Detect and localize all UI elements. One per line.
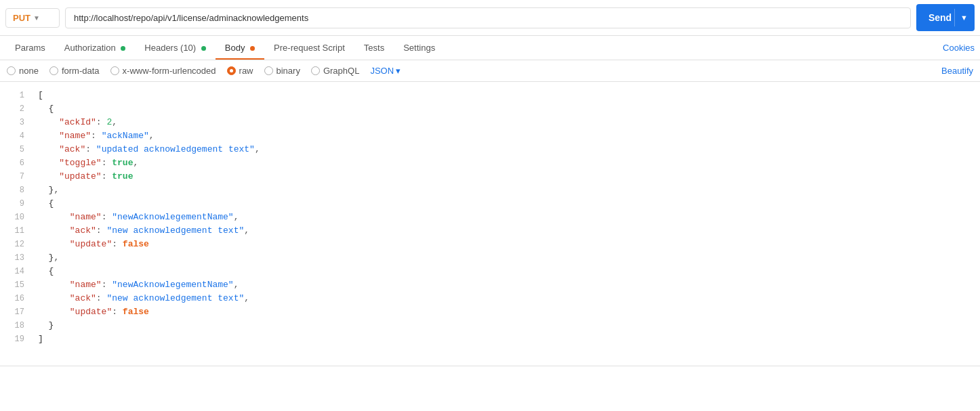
tab-tests[interactable]: Tests: [354, 36, 394, 60]
headers-dot: [201, 46, 206, 51]
none-radio[interactable]: [7, 66, 16, 75]
send-dropdown-icon[interactable]: ▼: [954, 9, 975, 26]
method-chevron-icon: ▼: [33, 14, 40, 22]
code-body[interactable]: [ { "ackId": 2, "name": "ackName", "ack"…: [30, 82, 980, 366]
json-format-select[interactable]: JSON ▾: [370, 66, 401, 76]
urlencoded-radio[interactable]: [110, 66, 119, 75]
method-select[interactable]: PUT ▼: [5, 8, 60, 28]
tab-body[interactable]: Body: [216, 36, 264, 60]
authorization-dot: [121, 46, 125, 51]
line-numbers: 1 2 3 4 5 6 7 8 9 10 11 12 13 14 15 16 1…: [0, 82, 30, 366]
body-dot: [250, 46, 255, 51]
option-graphql[interactable]: GraphQL: [311, 66, 359, 76]
option-raw[interactable]: raw: [227, 66, 253, 76]
tab-authorization[interactable]: Authorization: [55, 36, 136, 60]
tab-pre-request-script[interactable]: Pre-request Script: [264, 36, 354, 60]
option-binary[interactable]: binary: [264, 66, 300, 76]
body-options-bar: none form-data x-www-form-urlencoded raw…: [0, 60, 980, 82]
send-button[interactable]: Send ▼: [916, 4, 975, 31]
option-none[interactable]: none: [7, 66, 39, 76]
tab-headers[interactable]: Headers (10): [135, 36, 216, 60]
option-form-data[interactable]: form-data: [49, 66, 100, 76]
option-urlencoded[interactable]: x-www-form-urlencoded: [110, 66, 216, 76]
cookies-link[interactable]: Cookies: [943, 43, 975, 53]
json-chevron-icon: ▾: [396, 66, 401, 76]
tab-params[interactable]: Params: [5, 36, 55, 60]
send-label: Send: [928, 12, 954, 23]
tabs-bar: Params Authorization Headers (10) Body P…: [0, 36, 980, 60]
raw-radio[interactable]: [227, 66, 236, 75]
url-input[interactable]: [65, 7, 911, 28]
code-editor[interactable]: 1 2 3 4 5 6 7 8 9 10 11 12 13 14 15 16 1…: [0, 82, 980, 366]
form-data-radio[interactable]: [49, 66, 58, 75]
beautify-button[interactable]: Beautify: [941, 66, 973, 76]
method-label: PUT: [13, 13, 30, 23]
binary-radio[interactable]: [264, 66, 273, 75]
tab-settings[interactable]: Settings: [394, 36, 445, 60]
graphql-radio[interactable]: [311, 66, 320, 75]
top-bar: PUT ▼ Send ▼: [0, 0, 980, 36]
